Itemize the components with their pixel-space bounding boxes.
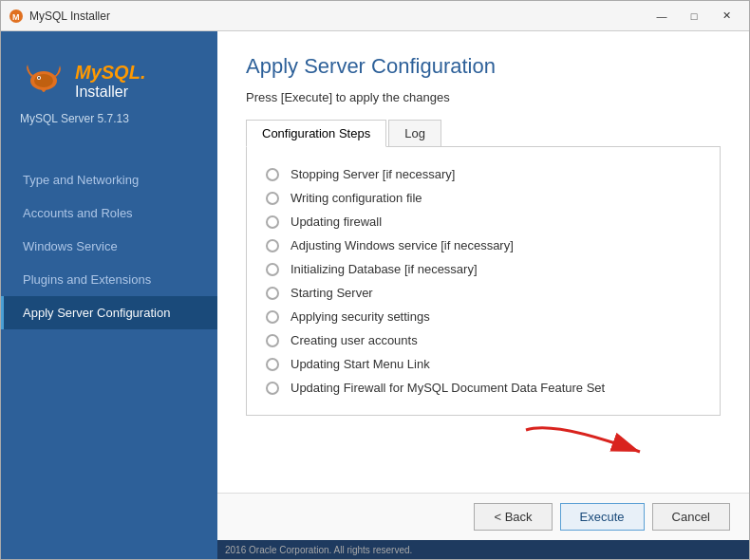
step-item-6: Applying security settings [266,305,701,328]
step-radio-2 [266,215,279,229]
steps-box: Stopping Server [if necessary] Writing c… [246,147,721,416]
step-item-8: Updating Start Menu Link [266,352,701,376]
close-button[interactable]: ✕ [711,6,741,27]
title-bar-controls: — □ ✕ [647,6,741,27]
tab-configuration-steps[interactable]: Configuration Steps [246,120,386,147]
main-content: MySQL. Installer MySQL Server 5.7.13 Typ… [1,31,749,559]
sidebar-item-type-networking[interactable]: Type and Networking [1,163,217,196]
step-item-1: Writing configuration file [266,186,701,210]
step-item-0: Stopping Server [if necessary] [266,162,701,186]
step-label-2: Updating firewall [291,215,382,229]
step-label-0: Stopping Server [if necessary] [291,167,455,181]
step-label-7: Creating user accounts [291,333,418,347]
cancel-button[interactable]: Cancel [652,503,730,531]
title-bar-label: MySQL Installer [29,9,647,23]
server-version: MySQL Server 5.7.13 [20,112,129,125]
execute-button[interactable]: Execute [560,503,645,531]
step-item-7: Creating user accounts [266,328,701,352]
step-radio-4 [266,263,279,276]
back-button[interactable]: < Back [474,503,552,531]
step-item-9: Updating Firewall for MySQL Document Dat… [266,376,701,400]
step-item-2: Updating firewall [266,210,701,233]
sidebar-item-accounts-roles[interactable]: Accounts and Roles [1,196,217,230]
step-radio-1 [266,192,279,205]
sidebar-logo: MySQL. Installer MySQL Server 5.7.13 [1,50,217,144]
dolphin-icon [20,60,67,103]
step-label-6: Applying security settings [291,309,430,324]
sidebar: MySQL. Installer MySQL Server 5.7.13 Typ… [1,31,217,559]
mysql-logo: MySQL. Installer [20,60,145,103]
step-radio-7 [266,334,279,347]
step-radio-0 [266,168,279,181]
main-window: M MySQL Installer — □ ✕ [0,0,750,560]
step-radio-5 [266,287,279,300]
step-radio-8 [266,358,279,371]
step-label-8: Updating Start Menu Link [291,357,430,371]
step-radio-9 [266,382,279,395]
sidebar-item-plugins-extensions[interactable]: Plugins and Extensions [1,263,217,296]
svg-text:M: M [12,12,20,22]
arrow-area [246,416,721,468]
maximize-button[interactable]: □ [679,6,709,27]
step-label-9: Updating Firewall for MySQL Document Dat… [291,381,605,395]
step-radio-6 [266,310,279,324]
svg-point-5 [38,77,40,79]
step-label-3: Adjusting Windows service [if necessary] [291,238,514,252]
panel-body: Apply Server Configuration Press [Execut… [217,31,749,493]
right-panel: Apply Server Configuration Press [Execut… [217,31,749,559]
step-radio-3 [266,239,279,252]
title-bar: M MySQL Installer — □ ✕ [1,1,749,31]
panel-subtitle: Press [Execute] to apply the changes [246,90,721,104]
step-item-4: Initializing Database [if necessary] [266,257,701,281]
mysql-brand-text: MySQL. Installer [75,63,145,101]
tab-log[interactable]: Log [388,120,441,146]
step-label-5: Starting Server [291,286,373,300]
sidebar-item-windows-service[interactable]: Windows Service [1,230,217,263]
sidebar-item-apply-config[interactable]: Apply Server Configuration [1,296,217,329]
step-label-4: Initializing Database [if necessary] [291,262,478,276]
panel-title: Apply Server Configuration [246,54,721,79]
step-item-3: Adjusting Windows service [if necessary] [266,233,701,257]
step-label-1: Writing configuration file [291,191,422,205]
panel-footer: < Back Execute Cancel [217,493,749,540]
step-item-5: Starting Server [266,281,701,305]
execute-arrow-icon [497,416,706,468]
sidebar-nav: Type and Networking Accounts and Roles W… [1,163,217,559]
taskbar-text: 2016 Oracle Corporation. All rights rese… [225,545,412,555]
app-icon: M [9,9,24,24]
tabs-container: Configuration Steps Log [246,120,721,147]
svg-point-3 [34,74,53,87]
minimize-button[interactable]: — [647,6,677,27]
taskbar: 2016 Oracle Corporation. All rights rese… [217,540,749,559]
